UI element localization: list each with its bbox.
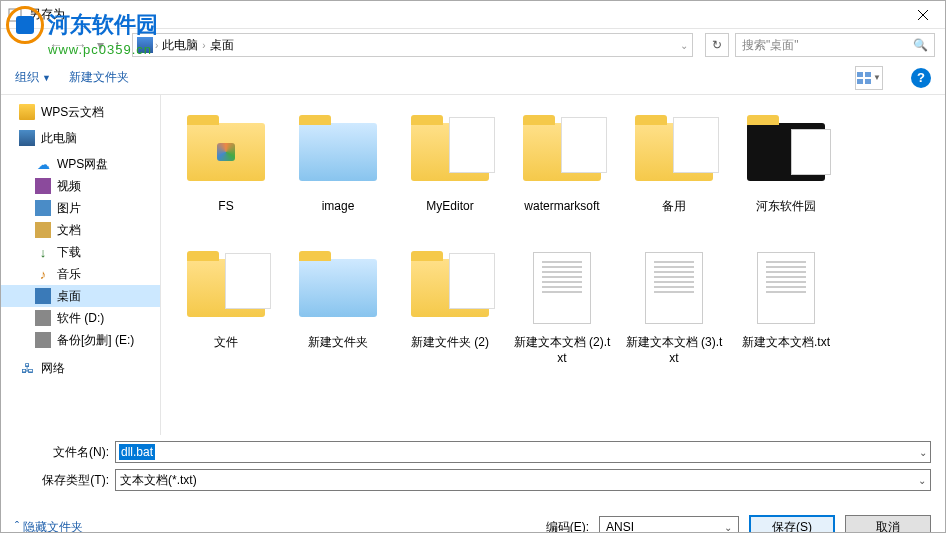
folder-icon	[183, 109, 269, 195]
app-icon	[7, 7, 23, 23]
sidebar-item-drive-d[interactable]: 软件 (D:)	[1, 307, 160, 329]
file-list: FSimageMyEditorwatermarksoft备用河东软件园文件新建文…	[161, 95, 945, 435]
folder-icon	[295, 245, 381, 331]
network-icon: 🖧	[19, 360, 35, 376]
sidebar-item-desktop[interactable]: 桌面	[1, 285, 160, 307]
drive-icon	[35, 332, 51, 348]
file-item[interactable]: 新建文本文档.txt	[735, 245, 837, 375]
nav-up-icon[interactable]: ↑	[114, 38, 120, 52]
filename-input[interactable]: dll.bat ⌄	[115, 441, 931, 463]
sidebar-item-drive-e[interactable]: 备份[勿删] (E:)	[1, 329, 160, 351]
desktop-icon	[35, 288, 51, 304]
breadcrumb-desktop[interactable]: 桌面	[208, 37, 236, 54]
file-item[interactable]: 文件	[175, 245, 277, 375]
file-label: MyEditor	[426, 199, 473, 215]
sidebar-item-wpscloud[interactable]: WPS云文档	[1, 101, 160, 123]
nav-back-icon[interactable]: ←	[49, 37, 63, 53]
close-button[interactable]	[900, 1, 945, 29]
file-item[interactable]: 新建文件夹	[287, 245, 389, 375]
folder-icon	[183, 245, 269, 331]
documents-icon	[35, 222, 51, 238]
sidebar-item-pc[interactable]: 此电脑	[1, 127, 160, 149]
toolbar: 组织 ▼ 新建文件夹 ▼ ?	[1, 61, 945, 95]
filename-label: 文件名(N):	[15, 444, 115, 461]
text-file-icon	[743, 245, 829, 331]
help-button[interactable]: ?	[911, 68, 931, 88]
savetype-label: 保存类型(T):	[15, 472, 115, 489]
file-item[interactable]: image	[287, 109, 389, 239]
file-item[interactable]: 河东软件园	[735, 109, 837, 239]
encoding-value: ANSI	[606, 520, 634, 533]
cancel-button[interactable]: 取消	[845, 515, 931, 533]
drive-icon	[35, 310, 51, 326]
chevron-right-icon: ›	[202, 40, 205, 51]
sidebar-item-documents[interactable]: 文档	[1, 219, 160, 241]
file-item[interactable]: MyEditor	[399, 109, 501, 239]
file-label: 新建文本文档 (2).txt	[511, 335, 613, 366]
pc-icon	[19, 130, 35, 146]
filename-value: dll.bat	[119, 444, 155, 460]
file-item[interactable]: 备用	[623, 109, 725, 239]
downloads-icon: ↓	[35, 244, 51, 260]
titlebar: 另存为	[1, 1, 945, 29]
folder-icon	[295, 109, 381, 195]
sidebar-item-wpsdisk[interactable]: ☁ WPS网盘	[1, 153, 160, 175]
chevron-up-icon: ˆ	[15, 520, 19, 533]
newfolder-button[interactable]: 新建文件夹	[69, 69, 129, 86]
sidebar-item-music[interactable]: ♪ 音乐	[1, 263, 160, 285]
breadcrumb[interactable]: › 此电脑 › 桌面 ⌄	[132, 33, 693, 57]
view-button[interactable]: ▼	[855, 66, 883, 90]
text-file-icon	[631, 245, 717, 331]
file-item[interactable]: 新建文本文档 (3).txt	[623, 245, 725, 375]
chevron-down-icon[interactable]: ⌄	[919, 447, 927, 458]
svg-rect-4	[865, 79, 871, 84]
file-label: image	[322, 199, 355, 215]
video-icon	[35, 178, 51, 194]
encoding-select[interactable]: ANSI ⌄	[599, 516, 739, 533]
pc-icon	[137, 37, 153, 53]
organize-button[interactable]: 组织 ▼	[15, 69, 51, 86]
sidebar-item-network[interactable]: 🖧 网络	[1, 357, 160, 379]
window-title: 另存为	[29, 6, 900, 23]
hide-folders-button[interactable]: ˆ 隐藏文件夹	[15, 519, 83, 534]
chevron-down-icon: ⌄	[918, 475, 926, 486]
sidebar-item-video[interactable]: 视频	[1, 175, 160, 197]
folder-icon	[407, 109, 493, 195]
search-placeholder: 搜索"桌面"	[742, 37, 913, 54]
file-label: 文件	[214, 335, 238, 351]
nav-recent-icon[interactable]: ▾	[97, 37, 104, 53]
file-item[interactable]: watermarksoft	[511, 109, 613, 239]
folder-icon	[743, 109, 829, 195]
file-label: 新建文件夹	[308, 335, 368, 351]
file-item[interactable]: FS	[175, 109, 277, 239]
file-label: 备用	[662, 199, 686, 215]
breadcrumb-pc[interactable]: 此电脑	[160, 37, 200, 54]
nav-forward-icon[interactable]: →	[73, 37, 87, 53]
chevron-down-icon[interactable]: ⌄	[680, 40, 688, 51]
cloud-icon: ☁	[35, 156, 51, 172]
search-input[interactable]: 搜索"桌面" 🔍	[735, 33, 935, 57]
svg-rect-1	[857, 72, 863, 77]
save-button[interactable]: 保存(S)	[749, 515, 835, 533]
folder-icon	[519, 109, 605, 195]
file-item[interactable]: 新建文件夹 (2)	[399, 245, 501, 375]
folder-icon	[631, 109, 717, 195]
file-item[interactable]: 新建文本文档 (2).txt	[511, 245, 613, 375]
pictures-icon	[35, 200, 51, 216]
sidebar-item-downloads[interactable]: ↓ 下载	[1, 241, 160, 263]
refresh-button[interactable]: ↻	[705, 33, 729, 57]
bottom-bar: ˆ 隐藏文件夹 编码(E): ANSI ⌄ 保存(S) 取消	[1, 507, 945, 533]
sidebar: WPS云文档 此电脑 ☁ WPS网盘 视频 图片 文档 ↓ 下载 ♪ 音乐	[1, 95, 161, 435]
text-file-icon	[519, 245, 605, 331]
svg-rect-0	[9, 9, 21, 21]
file-label: 新建文本文档.txt	[742, 335, 830, 351]
file-label: FS	[218, 199, 233, 215]
chevron-down-icon: ▼	[42, 73, 51, 83]
search-icon[interactable]: 🔍	[913, 38, 928, 52]
file-label: 河东软件园	[756, 199, 816, 215]
save-form: 文件名(N): dll.bat ⌄ 保存类型(T): 文本文档(*.txt) ⌄	[1, 435, 945, 507]
chevron-down-icon: ⌄	[724, 522, 732, 533]
sidebar-item-pictures[interactable]: 图片	[1, 197, 160, 219]
svg-rect-3	[857, 79, 863, 84]
savetype-select[interactable]: 文本文档(*.txt) ⌄	[115, 469, 931, 491]
